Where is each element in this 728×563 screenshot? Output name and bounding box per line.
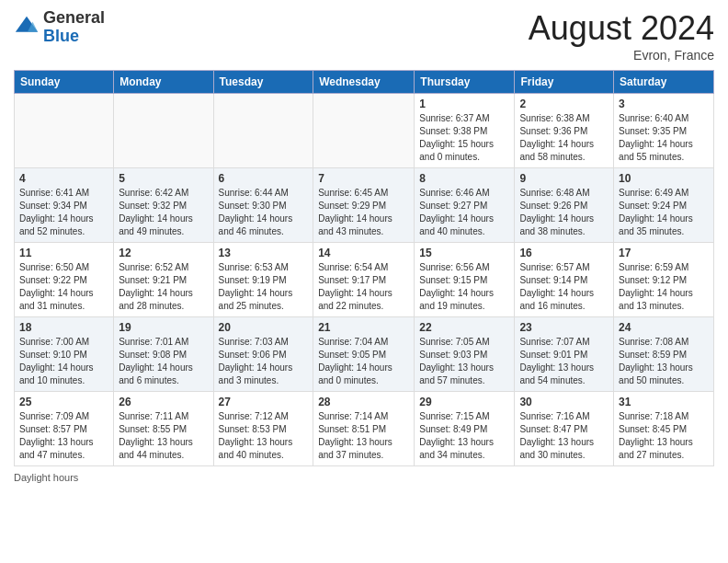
day-info: Sunrise: 6:50 AM Sunset: 9:22 PM Dayligh…	[19, 261, 108, 313]
calendar-day-cell: 24Sunrise: 7:08 AM Sunset: 8:59 PM Dayli…	[614, 317, 714, 392]
day-info: Sunrise: 6:59 AM Sunset: 9:12 PM Dayligh…	[619, 261, 709, 313]
day-info: Sunrise: 6:54 AM Sunset: 9:17 PM Dayligh…	[318, 261, 409, 313]
day-info: Sunrise: 7:09 AM Sunset: 8:57 PM Dayligh…	[19, 410, 108, 462]
calendar-day-cell: 6Sunrise: 6:44 AM Sunset: 9:30 PM Daylig…	[213, 168, 313, 243]
day-number: 6	[219, 172, 309, 185]
day-info: Sunrise: 6:37 AM Sunset: 9:38 PM Dayligh…	[419, 112, 509, 164]
calendar-day-cell: 14Sunrise: 6:54 AM Sunset: 9:17 PM Dayli…	[313, 243, 415, 317]
day-info: Sunrise: 7:03 AM Sunset: 9:06 PM Dayligh…	[219, 336, 309, 387]
calendar-header-row: SundayMondayTuesdayWednesdayThursdayFrid…	[15, 71, 714, 94]
calendar-week-row: 25Sunrise: 7:09 AM Sunset: 8:57 PM Dayli…	[15, 392, 714, 466]
calendar-week-row: 18Sunrise: 7:00 AM Sunset: 9:10 PM Dayli…	[15, 317, 714, 392]
day-number: 15	[419, 247, 509, 259]
calendar-day-cell: 31Sunrise: 7:18 AM Sunset: 8:45 PM Dayli…	[614, 392, 714, 466]
calendar-day-header: Monday	[114, 71, 213, 94]
calendar-day-cell: 21Sunrise: 7:04 AM Sunset: 9:05 PM Dayli…	[313, 317, 415, 392]
calendar-week-row: 11Sunrise: 6:50 AM Sunset: 9:22 PM Dayli…	[15, 243, 714, 317]
calendar-day-cell: 11Sunrise: 6:50 AM Sunset: 9:22 PM Dayli…	[15, 243, 114, 317]
day-info: Sunrise: 6:57 AM Sunset: 9:14 PM Dayligh…	[519, 261, 609, 313]
day-number: 18	[19, 321, 108, 334]
day-number: 24	[619, 321, 709, 334]
day-number: 14	[318, 247, 409, 259]
month-year-title: August 2024	[529, 9, 714, 48]
calendar-day-cell: 20Sunrise: 7:03 AM Sunset: 9:06 PM Dayli…	[213, 317, 313, 392]
day-info: Sunrise: 7:00 AM Sunset: 9:10 PM Dayligh…	[19, 336, 108, 387]
day-number: 22	[419, 321, 509, 334]
day-number: 29	[419, 396, 509, 408]
day-info: Sunrise: 7:01 AM Sunset: 9:08 PM Dayligh…	[119, 336, 208, 387]
day-info: Sunrise: 6:53 AM Sunset: 9:19 PM Dayligh…	[219, 261, 309, 313]
calendar-table: SundayMondayTuesdayWednesdayThursdayFrid…	[14, 70, 714, 466]
day-number: 1	[419, 98, 509, 110]
day-number: 5	[119, 172, 208, 185]
calendar-day-cell: 1Sunrise: 6:37 AM Sunset: 9:38 PM Daylig…	[415, 94, 515, 168]
calendar-day-cell: 29Sunrise: 7:15 AM Sunset: 8:49 PM Dayli…	[415, 392, 515, 466]
day-number: 17	[619, 247, 709, 259]
day-info: Sunrise: 7:11 AM Sunset: 8:55 PM Dayligh…	[119, 410, 208, 462]
day-number: 25	[19, 396, 108, 408]
calendar-day-header: Sunday	[15, 71, 114, 94]
day-number: 9	[519, 172, 609, 185]
day-info: Sunrise: 7:04 AM Sunset: 9:05 PM Dayligh…	[318, 336, 409, 387]
location-subtitle: Evron, France	[529, 48, 714, 63]
calendar-day-cell: 30Sunrise: 7:16 AM Sunset: 8:47 PM Dayli…	[515, 392, 614, 466]
calendar-day-cell: 8Sunrise: 6:46 AM Sunset: 9:27 PM Daylig…	[415, 168, 515, 243]
day-info: Sunrise: 7:14 AM Sunset: 8:51 PM Dayligh…	[318, 410, 409, 462]
day-number: 21	[318, 321, 409, 334]
day-info: Sunrise: 6:56 AM Sunset: 9:15 PM Dayligh…	[419, 261, 509, 313]
footer-note: Daylight hours	[14, 472, 714, 483]
page-header: General Blue August 2024 Evron, France	[14, 9, 714, 63]
calendar-day-cell: 28Sunrise: 7:14 AM Sunset: 8:51 PM Dayli…	[313, 392, 415, 466]
day-info: Sunrise: 6:49 AM Sunset: 9:24 PM Dayligh…	[619, 187, 709, 238]
logo-general-text: General	[43, 9, 105, 28]
calendar-week-row: 4Sunrise: 6:41 AM Sunset: 9:34 PM Daylig…	[15, 168, 714, 243]
calendar-day-cell: 2Sunrise: 6:38 AM Sunset: 9:36 PM Daylig…	[515, 94, 614, 168]
calendar-day-cell: 4Sunrise: 6:41 AM Sunset: 9:34 PM Daylig…	[15, 168, 114, 243]
day-number: 28	[318, 396, 409, 408]
day-number: 26	[119, 396, 208, 408]
day-info: Sunrise: 7:15 AM Sunset: 8:49 PM Dayligh…	[419, 410, 509, 462]
calendar-day-cell: 16Sunrise: 6:57 AM Sunset: 9:14 PM Dayli…	[515, 243, 614, 317]
day-info: Sunrise: 6:41 AM Sunset: 9:34 PM Dayligh…	[19, 187, 108, 238]
logo: General Blue	[14, 9, 105, 46]
calendar-day-header: Tuesday	[213, 71, 313, 94]
calendar-day-cell: 12Sunrise: 6:52 AM Sunset: 9:21 PM Dayli…	[114, 243, 213, 317]
calendar-day-cell: 23Sunrise: 7:07 AM Sunset: 9:01 PM Dayli…	[515, 317, 614, 392]
day-info: Sunrise: 6:44 AM Sunset: 9:30 PM Dayligh…	[219, 187, 309, 238]
calendar-day-cell: 5Sunrise: 6:42 AM Sunset: 9:32 PM Daylig…	[114, 168, 213, 243]
day-number: 30	[519, 396, 609, 408]
day-info: Sunrise: 6:45 AM Sunset: 9:29 PM Dayligh…	[318, 187, 409, 238]
day-info: Sunrise: 6:38 AM Sunset: 9:36 PM Dayligh…	[519, 112, 609, 164]
day-info: Sunrise: 6:46 AM Sunset: 9:27 PM Dayligh…	[419, 187, 509, 238]
day-number: 4	[19, 172, 108, 185]
day-info: Sunrise: 7:08 AM Sunset: 8:59 PM Dayligh…	[619, 336, 709, 387]
day-info: Sunrise: 7:05 AM Sunset: 9:03 PM Dayligh…	[419, 336, 509, 387]
calendar-day-cell: 22Sunrise: 7:05 AM Sunset: 9:03 PM Dayli…	[415, 317, 515, 392]
day-number: 20	[219, 321, 309, 334]
day-number: 27	[219, 396, 309, 408]
calendar-day-cell	[213, 94, 313, 168]
calendar-day-cell	[313, 94, 415, 168]
calendar-day-cell: 18Sunrise: 7:00 AM Sunset: 9:10 PM Dayli…	[15, 317, 114, 392]
calendar-day-header: Wednesday	[313, 71, 415, 94]
day-info: Sunrise: 7:18 AM Sunset: 8:45 PM Dayligh…	[619, 410, 709, 462]
calendar-day-cell: 9Sunrise: 6:48 AM Sunset: 9:26 PM Daylig…	[515, 168, 614, 243]
calendar-day-cell: 17Sunrise: 6:59 AM Sunset: 9:12 PM Dayli…	[614, 243, 714, 317]
calendar-day-cell: 26Sunrise: 7:11 AM Sunset: 8:55 PM Dayli…	[114, 392, 213, 466]
calendar-day-header: Saturday	[614, 71, 714, 94]
day-number: 11	[19, 247, 108, 259]
calendar-day-cell: 19Sunrise: 7:01 AM Sunset: 9:08 PM Dayli…	[114, 317, 213, 392]
calendar-day-cell: 13Sunrise: 6:53 AM Sunset: 9:19 PM Dayli…	[213, 243, 313, 317]
day-info: Sunrise: 6:40 AM Sunset: 9:35 PM Dayligh…	[619, 112, 709, 164]
day-info: Sunrise: 7:12 AM Sunset: 8:53 PM Dayligh…	[219, 410, 309, 462]
logo-blue-text: Blue	[43, 28, 105, 46]
day-number: 12	[119, 247, 208, 259]
day-info: Sunrise: 6:52 AM Sunset: 9:21 PM Dayligh…	[119, 261, 208, 313]
title-block: August 2024 Evron, France	[529, 9, 714, 63]
day-number: 16	[519, 247, 609, 259]
calendar-day-header: Thursday	[415, 71, 515, 94]
day-number: 7	[318, 172, 409, 185]
calendar-day-header: Friday	[515, 71, 614, 94]
calendar-day-cell: 3Sunrise: 6:40 AM Sunset: 9:35 PM Daylig…	[614, 94, 714, 168]
day-number: 19	[119, 321, 208, 334]
